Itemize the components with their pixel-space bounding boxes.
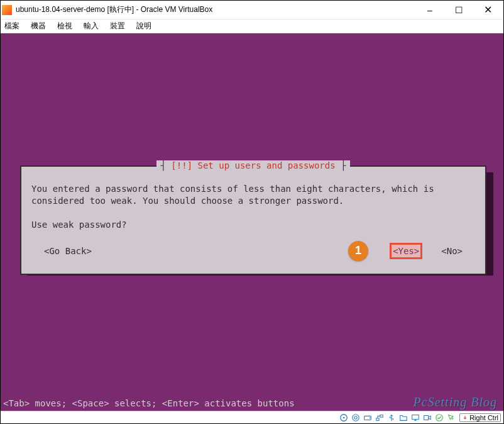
dialog-prompt: Use weak password? — [31, 220, 475, 230]
maximize-button[interactable]: ☐ — [444, 1, 473, 19]
svg-point-5 — [370, 417, 371, 418]
window-title: ubuntu-18.04-server-demo [執行中] - Oracle … — [16, 4, 415, 15]
app-icon — [2, 5, 12, 15]
guest-additions-icon[interactable] — [434, 413, 444, 423]
host-key-label: Right Ctrl — [469, 414, 498, 421]
menu-input[interactable]: 輸入 — [84, 21, 99, 31]
menu-view[interactable]: 檢視 — [57, 21, 72, 31]
navigation-hint: <Tab> moves; <Space> selects; <Enter> ac… — [3, 398, 295, 408]
yes-button[interactable]: <Yes> — [390, 243, 422, 259]
statusbar: Right Ctrl — [1, 411, 503, 423]
record-icon[interactable] — [422, 413, 432, 423]
disk-icon[interactable] — [339, 413, 349, 423]
svg-rect-7 — [380, 415, 383, 417]
svg-point-2 — [353, 414, 359, 421]
svg-rect-8 — [412, 415, 419, 419]
mouse-capture-icon[interactable] — [446, 413, 456, 423]
svg-rect-6 — [376, 418, 379, 420]
menu-help[interactable]: 說明 — [136, 21, 151, 31]
host-key-indicator[interactable]: Right Ctrl — [459, 413, 501, 422]
vm-screen[interactable]: ┤ [!!] Set up users and passwords ├ You … — [1, 33, 503, 411]
minimize-button[interactable]: – — [415, 1, 444, 19]
dialog-body: You entered a password that consists of … — [31, 183, 475, 207]
usb-icon[interactable] — [386, 413, 397, 423]
go-back-button[interactable]: <Go Back> — [44, 246, 92, 256]
titlebar: ubuntu-18.04-server-demo [執行中] - Oracle … — [1, 1, 503, 20]
callout-badge-1: 1 — [348, 241, 368, 261]
menu-machine[interactable]: 機器 — [31, 21, 46, 31]
dialog-buttons: <Go Back> 1 <Yes> <No> — [31, 241, 475, 261]
optical-icon[interactable] — [351, 413, 361, 423]
svg-point-1 — [343, 416, 345, 418]
no-button[interactable]: <No> — [441, 246, 463, 256]
hard-disk-icon[interactable] — [363, 413, 373, 423]
watermark: PcSetting Blog — [414, 395, 497, 410]
menu-file[interactable]: 檔案 — [4, 21, 19, 31]
shared-folder-icon[interactable] — [398, 413, 408, 423]
installer-dialog: ┤ [!!] Set up users and passwords ├ You … — [20, 165, 486, 275]
menubar: 檔案 機器 檢視 輸入 裝置 說明 — [1, 20, 503, 33]
dialog-title-text: [!!] Set up users and passwords — [171, 160, 335, 170]
close-button[interactable]: ✕ — [473, 1, 502, 19]
menu-devices[interactable]: 裝置 — [110, 21, 125, 31]
dialog-title: ┤ [!!] Set up users and passwords ├ — [21, 160, 485, 170]
network-icon[interactable] — [375, 413, 385, 423]
display-icon[interactable] — [410, 413, 420, 423]
svg-point-3 — [354, 416, 357, 418]
arrow-down-icon — [462, 415, 468, 421]
title-suffix: ├ — [336, 160, 346, 170]
svg-rect-9 — [424, 415, 429, 420]
title-prefix: ┤ — [160, 160, 171, 170]
